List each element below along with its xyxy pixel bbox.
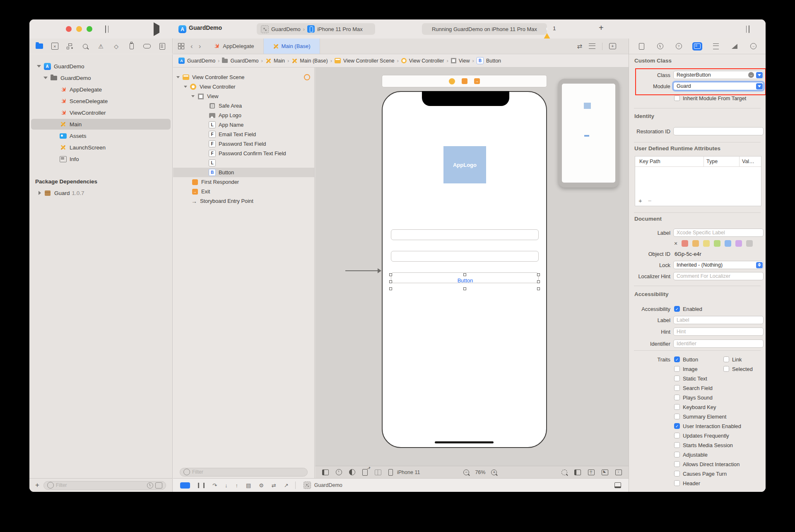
outline-item-exit[interactable]: → Exit	[173, 187, 314, 196]
sidebar-item-scenedelegate[interactable]: SceneDelegate	[29, 95, 172, 107]
trait-causes-page-turn-checkbox[interactable]	[674, 471, 680, 477]
tab-appdelegate[interactable]: AppDelegate	[204, 39, 263, 54]
sidebar-item-launchscreen[interactable]: LaunchScreen	[29, 142, 172, 153]
add-constraints-icon[interactable]	[588, 469, 595, 475]
breadcrumb-item[interactable]: GuardDemo	[230, 58, 258, 64]
exit-icon[interactable]: →	[474, 78, 480, 84]
view-controller-icon[interactable]	[449, 78, 455, 84]
disclosure-triangle-icon[interactable]	[43, 77, 48, 79]
document-label-input[interactable]	[673, 229, 764, 237]
selection-handle[interactable]	[537, 273, 540, 276]
warning-count[interactable]: 1	[553, 25, 556, 31]
filter-scope-icon[interactable]	[155, 482, 162, 489]
accessibility-enabled-checkbox[interactable]: ✓	[674, 306, 680, 312]
go-forward-button[interactable]: ›	[199, 42, 201, 51]
outline-toggle-icon[interactable]	[322, 469, 329, 475]
selection-handle[interactable]	[537, 280, 540, 283]
outline-item-view-controller-scene[interactable]: View Controller Scene	[173, 72, 314, 82]
navigator-filter-field[interactable]: Filter	[43, 481, 166, 490]
split-view-icon[interactable]	[375, 469, 381, 475]
email-text-field[interactable]	[391, 229, 539, 240]
outline-item-password-confirm-text-field[interactable]: F Password Confirm Text Field	[173, 149, 314, 158]
selection-handle[interactable]	[389, 280, 392, 283]
environment-overrides-icon[interactable]: ⇄	[272, 482, 276, 489]
navigator-toggle-icon[interactable]	[105, 26, 106, 33]
zoom-out-icon[interactable]: −	[463, 469, 469, 475]
register-button[interactable]: Button	[383, 277, 548, 284]
find-navigator-icon[interactable]	[81, 42, 89, 51]
accessibility-label-input[interactable]	[673, 316, 764, 324]
breadcrumb-item[interactable]: View	[459, 58, 470, 64]
breadcrumb-item[interactable]: GuardDemo	[187, 58, 215, 64]
embed-icon[interactable]	[615, 469, 622, 475]
selection-handle[interactable]	[389, 287, 392, 290]
localizer-hint-input[interactable]	[673, 272, 764, 280]
inherit-module-checkbox[interactable]	[674, 95, 680, 101]
trait-allows-direct-interaction-checkbox[interactable]	[674, 461, 680, 467]
device-preview[interactable]: AppLogo Button	[382, 91, 547, 448]
module-input[interactable]	[673, 82, 764, 90]
warning-icon[interactable]	[544, 26, 550, 34]
add-file-button[interactable]: +	[35, 481, 39, 489]
accessibility-identifier-input[interactable]	[673, 339, 764, 348]
memory-graph-icon[interactable]: ⚙	[259, 482, 264, 489]
remove-attribute-button[interactable]: −	[648, 197, 652, 204]
inspector-toggle-icon[interactable]	[749, 26, 749, 33]
minimize-window-button[interactable]	[76, 26, 82, 32]
outline-item-app-name[interactable]: L App Name	[173, 120, 314, 130]
recent-files-icon[interactable]	[147, 482, 153, 489]
run-button[interactable]	[154, 26, 159, 33]
device-name[interactable]: iPhone 11	[397, 469, 420, 475]
align-icon[interactable]	[574, 469, 581, 475]
app-logo-image-view[interactable]: AppLogo	[443, 146, 486, 183]
trait-updates-frequently-checkbox[interactable]	[674, 433, 680, 438]
identity-inspector-icon[interactable]	[692, 42, 702, 51]
trait-adjustable-checkbox[interactable]	[674, 452, 680, 457]
zoom-window-button[interactable]	[87, 26, 92, 32]
trait-button-checkbox[interactable]: ✓	[674, 356, 680, 362]
disclosure-triangle-icon[interactable]	[176, 76, 180, 78]
breakpoint-navigator-icon[interactable]	[143, 42, 151, 51]
sidebar-item-appdelegate[interactable]: AppDelegate	[29, 84, 172, 95]
outline-item-email-text-field[interactable]: F Email Text Field	[173, 130, 314, 139]
module-dropdown-icon[interactable]	[756, 83, 763, 89]
minimap[interactable]	[558, 79, 619, 188]
breakpoints-toggle[interactable]	[180, 482, 190, 489]
trait-user-interaction-enabled-checkbox[interactable]: ✓	[674, 423, 680, 429]
color-swatch-gray[interactable]	[746, 240, 753, 247]
color-swatch-red[interactable]	[682, 240, 688, 247]
outline-item-app-logo[interactable]: App Logo	[173, 111, 314, 120]
breadcrumb-item[interactable]: Button	[486, 58, 501, 64]
selection-handle[interactable]	[463, 287, 466, 290]
debug-area-toggle-icon[interactable]	[614, 482, 621, 488]
disclosure-triangle-icon[interactable]	[191, 95, 195, 97]
outline-filter-field[interactable]: Filter	[180, 468, 308, 477]
trait-link-checkbox[interactable]	[723, 356, 729, 362]
breadcrumb-item[interactable]: View Controller Scene	[343, 58, 394, 64]
trait-image-checkbox[interactable]	[674, 366, 680, 372]
add-editor-icon[interactable]: +	[609, 43, 616, 49]
disclosure-triangle-icon[interactable]	[37, 65, 41, 67]
disclosure-triangle-icon[interactable]	[184, 86, 187, 88]
color-swatch-yellow[interactable]	[703, 240, 710, 247]
go-back-button[interactable]: ‹	[190, 42, 193, 51]
close-window-button[interactable]	[66, 26, 72, 32]
restoration-id-input[interactable]	[673, 127, 764, 135]
sidebar-item-group-guarddemo[interactable]: GuardDemo	[29, 72, 172, 84]
trait-summary-element-checkbox[interactable]	[674, 414, 680, 419]
adjust-editor-options-icon[interactable]	[589, 43, 595, 49]
selection-handle[interactable]	[537, 287, 540, 290]
tab-main-base[interactable]: Main (Base)	[264, 39, 320, 54]
source-control-navigator-icon[interactable]: ×	[51, 42, 59, 51]
running-app-name[interactable]: GuardDemo	[314, 482, 342, 488]
outline-item-storyboard-entry-point[interactable]: → Storyboard Entry Point	[173, 196, 314, 206]
selection-handle[interactable]	[463, 273, 466, 276]
pause-icon[interactable]	[198, 483, 205, 488]
resolve-autolayout-icon[interactable]	[602, 469, 608, 475]
color-swatch-purple[interactable]	[735, 240, 742, 247]
code-review-icon[interactable]: ⇄	[577, 43, 582, 50]
step-over-icon[interactable]: ↷	[212, 482, 217, 489]
trait-plays-sound-checkbox[interactable]	[674, 395, 680, 400]
zoom-level[interactable]: 76%	[475, 469, 485, 475]
jump-to-class-icon[interactable]: →	[748, 72, 754, 78]
